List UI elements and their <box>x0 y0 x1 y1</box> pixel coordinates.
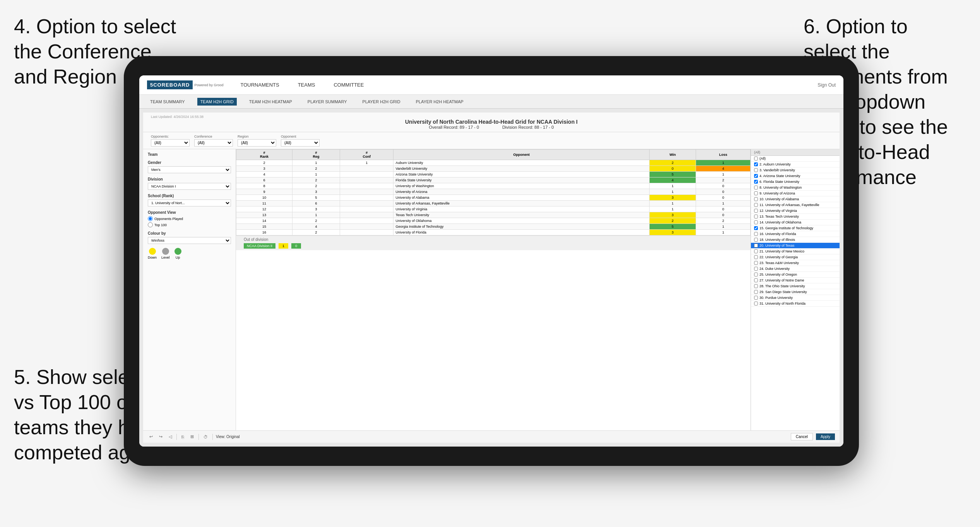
toolbar-copy[interactable]: ⎘ <box>180 434 186 440</box>
toolbar-divider-1 <box>176 434 177 440</box>
sec-nav-player-h2h-grid[interactable]: PLAYER H2H GRID <box>359 98 404 106</box>
legend-level-dot <box>162 248 169 255</box>
table-cell: 0 <box>696 212 751 218</box>
opponents-filter-select[interactable]: (All) <box>151 139 190 147</box>
dropdown-item[interactable]: 9. University of Arizona <box>751 191 840 196</box>
nav-teams[interactable]: TEAMS <box>296 82 317 88</box>
dropdown-item[interactable]: 3. Vanderbilt University <box>751 167 840 173</box>
toolbar-paste[interactable]: ⊞ <box>189 433 195 440</box>
dropdown-item[interactable]: 31. University of North Florida <box>751 301 840 307</box>
table-cell: 2 <box>696 218 751 224</box>
nav-tournaments[interactable]: TOURNAMENTS <box>239 82 281 88</box>
dropdown-item[interactable]: 2. Auburn University <box>751 162 840 167</box>
toolbar-right: Cancel Apply <box>791 433 835 440</box>
dropdown-item[interactable]: 12. University of Virginia <box>751 208 840 214</box>
dropdown-item[interactable]: 11. University of Arkansas, Fayetteville <box>751 202 840 208</box>
dropdown-item[interactable]: 24. Duke University <box>751 266 840 272</box>
toolbar-time[interactable]: ⏱ <box>202 434 209 440</box>
table-cell <box>340 212 393 218</box>
toolbar-divider-3 <box>212 434 213 440</box>
dropdown-item[interactable]: 30. Purdue University <box>751 295 840 301</box>
table-cell: 2 <box>292 230 340 235</box>
dropdown-item[interactable]: 25. University of Oregon <box>751 272 840 278</box>
table-cell: 3 <box>292 206 340 212</box>
out-of-division-label: Out of division <box>244 237 743 242</box>
table-cell: 1 <box>340 160 393 166</box>
colour-select[interactable]: Win/loss <box>148 237 231 244</box>
table-cell: University of Florida <box>393 230 649 235</box>
dropdown-header: (All) <box>751 149 840 156</box>
opponent-filter-select[interactable]: (All) <box>281 139 320 147</box>
school-select[interactable]: 1. University of Nort... <box>148 200 231 206</box>
dropdown-item[interactable]: 21. University of New Mexico <box>751 249 840 254</box>
toolbar-back[interactable]: ◁ <box>167 433 173 440</box>
dropdown-item[interactable]: 8. University of Washington <box>751 185 840 191</box>
table-cell: University of Washington <box>393 183 649 189</box>
table-cell: 1 <box>696 172 751 177</box>
table-cell: 15 <box>236 224 292 230</box>
table-cell: 1 <box>696 160 751 166</box>
sec-nav-team-summary[interactable]: TEAM SUMMARY <box>147 98 188 106</box>
dropdown-item[interactable]: 18. University of Illinois <box>751 237 840 243</box>
legend-level: Level <box>161 248 170 259</box>
table-cell: 6 <box>292 201 340 206</box>
gender-select[interactable]: Men's <box>148 166 231 173</box>
dropdown-item[interactable]: 14. University of Oklahoma <box>751 220 840 225</box>
nav-committee[interactable]: COMMITTEE <box>332 82 365 88</box>
opponent-view-radios: Opponents Played Top 100 <box>148 216 231 227</box>
table-cell: University of Arkansas, Fayetteville <box>393 201 649 206</box>
dropdown-item[interactable]: 27. University of Notre Dame <box>751 278 840 283</box>
dropdown-item[interactable]: 20. University of Texas <box>751 243 840 249</box>
table-cell: 0 <box>649 166 696 172</box>
nav-sign-out[interactable]: Sign Out <box>818 82 836 88</box>
sec-nav-player-h2h-heatmap[interactable]: PLAYER H2H HEATMAP <box>413 98 467 106</box>
team-section-title: Team <box>148 152 231 157</box>
dropdown-item[interactable]: 28. The Ohio State University <box>751 283 840 289</box>
table-row: 93University of Arizona10 <box>236 189 751 195</box>
table-row: 32Vanderbilt University04 <box>236 166 751 172</box>
table-cell <box>340 206 393 212</box>
table-cell: 14 <box>236 218 292 224</box>
table-cell: 2 <box>292 166 340 172</box>
data-grid[interactable]: #Rank #Reg #Conf Opponent Win Loss <box>236 149 751 430</box>
toolbar-redo[interactable]: ↪ <box>157 433 164 440</box>
toolbar-undo[interactable]: ↩ <box>148 433 154 440</box>
radio-top-100[interactable]: Top 100 <box>148 222 231 227</box>
dropdown-item[interactable]: 22. University of Georgia <box>751 254 840 260</box>
table-cell: 4 <box>292 224 340 230</box>
radio-opponents-played[interactable]: Opponents Played <box>148 216 231 221</box>
sec-nav: TEAM SUMMARY TEAM H2H GRID TEAM H2H HEAT… <box>139 95 843 109</box>
gender-label: Gender <box>148 160 231 165</box>
table-cell: 1 <box>649 201 696 206</box>
grid-table: #Rank #Reg #Conf Opponent Win Loss <box>236 149 751 235</box>
region-filter-select[interactable]: (All) <box>238 139 276 147</box>
dropdown-item[interactable]: 23. Texas A&M University <box>751 260 840 266</box>
table-cell: Auburn University <box>393 160 649 166</box>
sec-nav-team-h2h-heatmap[interactable]: TEAM H2H HEATMAP <box>246 98 295 106</box>
sec-nav-player-summary[interactable]: PLAYER SUMMARY <box>304 98 350 106</box>
opponent-dropdown[interactable]: (All) (All)2. Auburn University3. Vander… <box>751 149 840 430</box>
table-cell: 4 <box>236 172 292 177</box>
dropdown-item[interactable]: 15. Georgia Institute of Technology <box>751 225 840 231</box>
dropdown-item[interactable]: 29. San Diego State University <box>751 289 840 295</box>
division-label: Division <box>148 177 231 181</box>
opponent-view-section: Opponent View Opponents Played Top 100 <box>148 210 231 227</box>
table-cell: 4 <box>696 166 751 172</box>
dropdown-item[interactable]: 6. Florida State University <box>751 179 840 185</box>
dropdown-item[interactable]: (All) <box>751 156 840 162</box>
table-cell <box>340 195 393 201</box>
sec-nav-team-h2h-grid[interactable]: TEAM H2H GRID <box>197 98 237 106</box>
table-cell: University of Alabama <box>393 195 649 201</box>
dropdown-item[interactable]: 13. Texas Tech University <box>751 214 840 220</box>
table-cell: 2 <box>236 160 292 166</box>
apply-button[interactable]: Apply <box>816 433 835 440</box>
table-cell <box>340 218 393 224</box>
dropdown-item[interactable]: 4. Arizona State University <box>751 173 840 179</box>
tablet-screen: 5COREBOARD Powered by Grood TOURNAMENTS … <box>139 75 843 447</box>
dropdown-item[interactable]: 10. University of Alabama <box>751 196 840 202</box>
division-select[interactable]: NCAA Division I <box>148 183 231 190</box>
dropdown-item[interactable]: 16. University of Florida <box>751 231 840 237</box>
table-row: 211Auburn University21 <box>236 160 751 166</box>
cancel-button[interactable]: Cancel <box>791 433 813 440</box>
conference-filter-select[interactable]: (All) <box>194 139 233 147</box>
